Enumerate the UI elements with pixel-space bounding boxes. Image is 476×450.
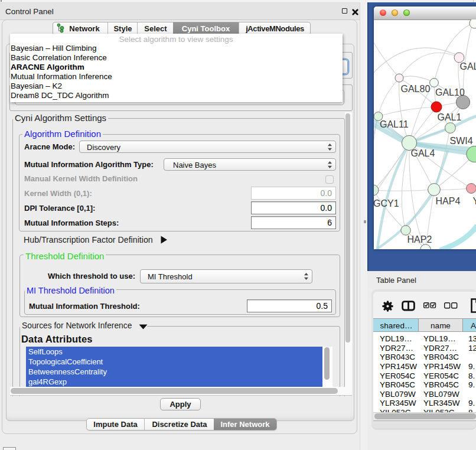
svg-text:GCY1: GCY1: [374, 198, 399, 208]
svg-text:Y: Y: [473, 196, 476, 206]
svg-text:GAL1: GAL1: [438, 112, 462, 122]
svg-text:GAL11: GAL11: [380, 119, 409, 129]
svg-text:HAP4: HAP4: [436, 196, 461, 206]
svg-text:SWI4: SWI4: [450, 136, 473, 146]
svg-text:GAL4: GAL4: [411, 148, 435, 158]
svg-text:GAL10: GAL10: [435, 87, 465, 97]
svg-text:GAL80: GAL80: [401, 84, 431, 94]
svg-text:GAL2: GAL2: [460, 61, 476, 71]
svg-text:HAP2: HAP2: [407, 234, 432, 244]
